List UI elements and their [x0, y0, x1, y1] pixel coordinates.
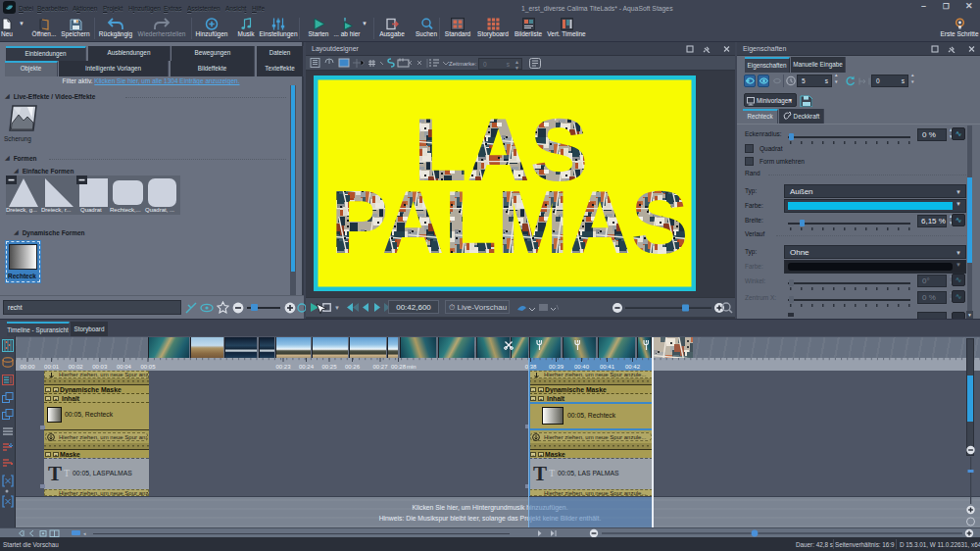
- svg-text:00:42: 00:42: [625, 364, 641, 370]
- svg-text:00:04: 00:04: [117, 364, 132, 370]
- svg-text:00:25: 00:25: [321, 364, 337, 370]
- svg-text:00:23: 00:23: [275, 364, 291, 370]
- svg-text:00:03: 00:03: [92, 364, 108, 370]
- svg-text:00:26: 00:26: [345, 364, 361, 370]
- svg-text:00:27: 00:27: [372, 364, 388, 370]
- svg-text:PALMAS: PALMAS: [331, 173, 689, 272]
- svg-text:00:40: 00:40: [574, 364, 590, 370]
- svg-text:min: min: [407, 364, 416, 370]
- svg-text:00:24: 00:24: [299, 364, 315, 370]
- svg-text:00:00: 00:00: [20, 364, 35, 370]
- svg-text:00:02: 00:02: [69, 364, 84, 370]
- svg-text:0:38: 0:38: [525, 364, 537, 370]
- svg-text:00:41: 00:41: [600, 364, 615, 370]
- svg-text:00:39: 00:39: [549, 364, 564, 370]
- svg-text:00:05: 00:05: [140, 364, 156, 370]
- svg-text:00:28: 00:28: [391, 364, 407, 370]
- svg-text:00:01: 00:01: [44, 364, 60, 370]
